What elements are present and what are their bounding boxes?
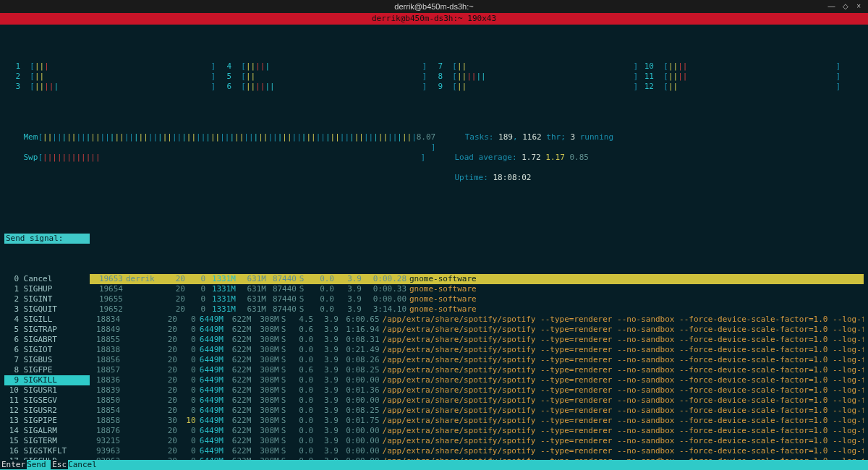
cpu-meter-9: 9 [||] [427,82,638,92]
process-row[interactable]: 188392006449M622M308MS0.03.90:01.36/app/… [90,385,864,396]
action-send: Send [27,460,51,469]
cpu-meter-12: 12 [||] [638,82,841,92]
cpu-meter-10: 10 [||||] [638,61,841,72]
window-titlebar: derrik@b450m-ds3h:~ — ◇ × [0,0,868,13]
process-row[interactable]: 932152006449M622M308MS0.03.90:00.00/app/… [90,436,864,446]
terminal-tab[interactable]: derrik@b450m-ds3h:~ 190x43 [0,13,868,25]
signal-SIGILL[interactable]: 4 SIGILL [4,315,90,325]
action-cancel: Cancel [68,460,97,469]
process-row[interactable]: 188572006449M622M308MS0.63.90:08.25/app/… [90,365,864,375]
process-row[interactable]: 188502006449M622M308MS0.03.90:00.00/app/… [90,396,864,406]
signal-SIGSTKFLT[interactable]: 16 SIGSTKFLT [4,446,90,456]
mem-value: 8.07 [417,132,436,142]
signal-SIGPIPE[interactable]: 13 SIGPIPE [4,416,90,426]
process-row[interactable]: 188542006449M622M308MS0.03.90:08.25/app/… [90,406,864,416]
cpu-meter-6: 6 [||||||] [216,82,427,92]
signal-SIGTERM[interactable]: 15 SIGTERM [4,436,90,446]
window-title: derrik@b450m-ds3h:~ [394,2,473,11]
swp-bar: |||||||||||| [43,153,101,162]
process-row[interactable]: 1885830106449M622M308MS0.03.90:01.75/app… [90,416,864,426]
column-header-row: Send signal: PIDUSERPRINIVIRTRESSHRSCPU%… [4,234,864,244]
signal-Cancel[interactable]: 0 Cancel [4,274,90,284]
mem-label: Mem [24,132,38,142]
signal-prompt: Send signal: [4,234,90,244]
tasks-label: Tasks: [465,132,498,142]
signal-SIGBUS[interactable]: 7 SIGBUS [4,355,90,365]
swp-label: Swp [24,153,38,162]
process-row[interactable]: 188562006449M622M308MS0.03.90:08.26/app/… [90,355,864,365]
cpu-meter-1: 1 [|||] [4,61,216,72]
cpu-meter-8: 8 [||||||] [427,72,638,82]
cpu-meter-4: 4 [|||||] [216,61,427,72]
process-row[interactable]: 196552001331M631M87440S0.03.90:00.00gnom… [90,294,864,304]
signal-SIGHUP[interactable]: 1 SIGHUP [4,284,90,294]
tab-label: derrik@b450m-ds3h:~ 190x43 [372,14,496,23]
process-list[interactable]: 19653derrik2001331M631M87440S0.03.90:00.… [90,274,864,470]
process-row[interactable]: 188362006449M622M308MS0.03.90:00.00/app/… [90,375,864,385]
process-row[interactable]: 939632006449M622M308MS0.03.90:00.00/app/… [90,446,864,456]
signal-SIGABRT[interactable]: 6 SIGABRT [4,335,90,345]
process-row[interactable]: 188552006449M622M308MS0.03.90:08.31/app/… [90,335,864,345]
mem-bar: ||||||||||||||||||||||||||||||||||||||||… [43,132,417,142]
signal-SIGUSR1[interactable]: 10 SIGUSR1 [4,385,90,396]
window-buttons[interactable]: — ◇ × [828,0,864,13]
signal-SIGIOT[interactable]: 6 SIGIOT [4,345,90,355]
signal-SIGTRAP[interactable]: 5 SIGTRAP [4,325,90,335]
key-esc[interactable]: Esc [51,460,68,469]
uptime-label: Uptime: [455,173,493,182]
process-row[interactable]: 188762006449M622M308MS0.03.90:00.00/app/… [90,426,864,436]
footer-bar: EnterSend EscCancel [0,460,868,470]
signal-SIGQUIT[interactable]: 3 SIGQUIT [4,304,90,315]
cpu-meter-3: 3 [|||||] [4,82,216,92]
process-row[interactable]: 19653derrik2001331M631M87440S0.03.90:00.… [90,274,864,284]
process-row[interactable]: 196522001331M631M87440S0.03.93:14.10gnom… [90,304,864,315]
process-row[interactable]: 188382006449M622M308MS0.03.90:21.49/app/… [90,345,864,355]
cpu-meter-5: 5 [||] [216,72,427,82]
process-row[interactable]: 188342006449M622M308MS4.53.96:00.65/app/… [90,315,864,325]
signal-list[interactable]: 0 Cancel1 SIGHUP2 SIGINT3 SIGQUIT4 SIGIL… [4,274,90,470]
signal-SIGKILL[interactable]: 9 SIGKILL [4,375,90,385]
signal-SIGSEGV[interactable]: 11 SIGSEGV [4,396,90,406]
process-row[interactable]: 196542001331M631M87440S0.03.90:00.33gnom… [90,284,864,294]
signal-SIGUSR2[interactable]: 12 SIGUSR2 [4,406,90,416]
key-enter[interactable]: Enter [0,460,27,469]
cpu-meter-11: 11 [||||] [638,72,841,82]
signal-SIGFPE[interactable]: 8 SIGFPE [4,365,90,375]
cpu-meter-2: 2 [||] [4,72,216,82]
load-label: Load average: [455,153,522,162]
process-row[interactable]: 188492006449M622M308MS0.63.91:16.94/app/… [90,325,864,335]
cpu-meters: 1 [|||]4 [|||||]7 [||]10 [||||]2 [||]5 [… [4,61,864,92]
signal-SIGINT[interactable]: 2 SIGINT [4,294,90,304]
cpu-meter-7: 7 [||] [427,61,638,72]
signal-SIGALRM[interactable]: 14 SIGALRM [4,426,90,436]
